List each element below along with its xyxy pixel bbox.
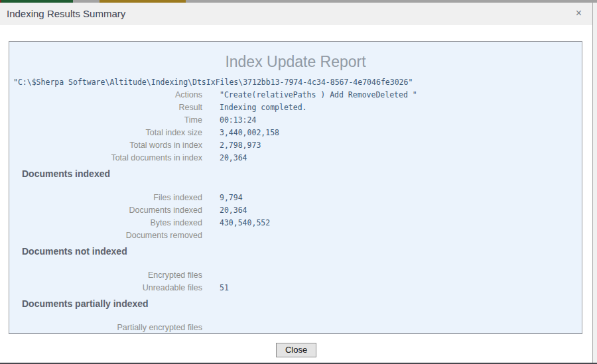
report-row: Total documents in index 20,364 — [9, 152, 582, 164]
report-row: Actions "Create(relativePaths ) Add Remo… — [9, 89, 582, 101]
row-value: 9,794 — [220, 192, 582, 204]
row-value: 3,440,002,158 — [220, 127, 582, 139]
indexing-results-dialog: Indexing Results Summary × Index Update … — [0, 3, 593, 363]
report-row: Bytes indexed 430,540,552 — [9, 217, 582, 229]
report-row: Documents removed — [9, 229, 582, 242]
section-header: Documents not indexed — [22, 245, 582, 258]
section-header: Documents partially indexed — [22, 298, 582, 310]
row-label: Documents indexed — [9, 204, 202, 217]
row-label: Files indexed — [9, 192, 202, 204]
report-section: Actions "Create(relativePaths ) Add Remo… — [9, 89, 582, 164]
row-value: 20,364 — [220, 204, 582, 217]
row-value: 430,540,552 — [220, 217, 582, 229]
row-label: Bytes indexed — [9, 217, 202, 229]
row-value: Indexing completed. — [220, 101, 582, 114]
section-header: Documents indexed — [22, 168, 582, 180]
close-button[interactable]: Close — [276, 343, 316, 357]
report-row: Total index size 3,440,002,158 — [9, 127, 582, 139]
report-sections: Actions "Create(relativePaths ) Add Remo… — [9, 89, 582, 334]
report-row: Documents indexed 20,364 — [9, 204, 582, 217]
report-section: Documents indexed Files indexed 9,794 Do… — [9, 168, 582, 242]
row-label: Time — [9, 114, 202, 127]
section-rows: Actions "Create(relativePaths ) Add Remo… — [9, 89, 582, 164]
section-rows: Partially encrypted files Partially unre… — [9, 322, 582, 334]
row-value: 2,798,973 — [220, 139, 582, 152]
row-value: 51 — [220, 282, 582, 294]
report-section: Documents partially indexed Partially en… — [9, 298, 582, 334]
report-row: Encrypted files — [9, 269, 582, 282]
row-label: Total index size — [9, 127, 202, 139]
dialog-title-bar: Indexing Results Summary × — [0, 3, 592, 25]
report-row: Partially encrypted files — [9, 322, 582, 334]
report-row: Unreadable files 51 — [9, 282, 582, 294]
index-path: "C:\$Sherpa Software\Altitude\Indexing\D… — [9, 76, 582, 89]
report-row: Time 00:13:24 — [9, 114, 582, 127]
row-label: Result — [9, 101, 202, 114]
dialog-close-button[interactable]: × — [573, 7, 584, 20]
row-label: Encrypted files — [9, 269, 202, 282]
report-row: Files indexed 9,794 — [9, 192, 582, 204]
dialog-footer: Close — [0, 343, 592, 357]
row-label: Total documents in index — [9, 152, 202, 164]
row-value: "Create(relativePaths ) Add RemoveDelete… — [220, 89, 582, 101]
report-row: Result Indexing completed. — [9, 101, 582, 114]
row-value — [220, 229, 582, 242]
close-icon: × — [576, 7, 582, 19]
row-label: Partially encrypted files — [9, 322, 202, 334]
report-title: Index Update Report — [9, 52, 582, 72]
report-panel: Index Update Report "C:\$Sherpa Software… — [9, 41, 582, 334]
dialog-title: Indexing Results Summary — [7, 8, 573, 19]
row-value: 00:13:24 — [220, 114, 582, 127]
row-value — [220, 269, 582, 282]
section-rows: Encrypted files Unreadable files 51 — [9, 269, 582, 294]
report-row: Total words in index 2,798,973 — [9, 139, 582, 152]
row-value — [220, 322, 582, 334]
section-rows: Files indexed 9,794 Documents indexed 20… — [9, 192, 582, 242]
row-value: 20,364 — [220, 152, 582, 164]
row-label: Total words in index — [9, 139, 202, 152]
report-section: Documents not indexed Encrypted files Un… — [9, 245, 582, 294]
row-label: Actions — [9, 89, 202, 101]
row-label: Documents removed — [9, 229, 202, 242]
row-label: Unreadable files — [9, 282, 202, 294]
